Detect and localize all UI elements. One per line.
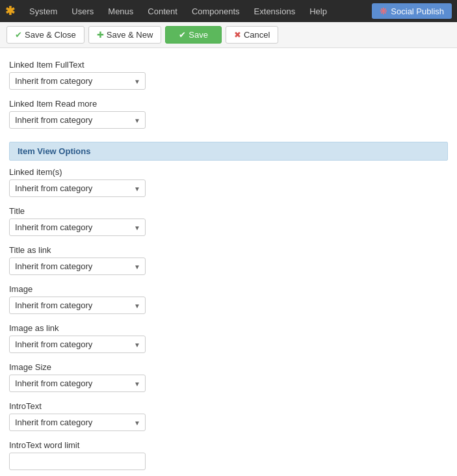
- cancel-label: Cancel: [244, 30, 270, 40]
- item-view-options-header: Item View Options: [9, 142, 448, 161]
- item-view-select-4[interactable]: Inherit from categoryYesNo: [9, 336, 146, 353]
- main-content: Linked Item FullText Inherit from catego…: [0, 48, 457, 476]
- nav-content[interactable]: Content: [141, 4, 184, 19]
- save-button[interactable]: ✔ Save: [165, 26, 222, 44]
- item-view-field-group-2: Title as linkInherit from categoryYesNo: [9, 245, 448, 279]
- social-publish-button[interactable]: ❋ Social Publish: [372, 3, 452, 19]
- save-close-label: Save & Close: [25, 30, 76, 40]
- item-view-select-5[interactable]: Inherit from categoryYesNo: [9, 375, 146, 392]
- item-view-select-3[interactable]: Inherit from categoryYesNo: [9, 297, 146, 314]
- item-view-field-label-5: Image Size: [9, 362, 448, 372]
- item-view-select-wrapper-1: Inherit from categoryYesNo: [9, 218, 146, 236]
- item-view-field-label-4: Image as link: [9, 323, 448, 333]
- item-view-field-label-3: Image: [9, 284, 448, 294]
- social-publish-icon: ❋: [380, 6, 387, 16]
- item-view-select-wrapper-2: Inherit from categoryYesNo: [9, 258, 146, 275]
- save-new-label: Save & New: [107, 30, 153, 40]
- item-view-select-2[interactable]: Inherit from categoryYesNo: [9, 258, 146, 275]
- item-view-select-1[interactable]: Inherit from categoryYesNo: [9, 218, 146, 236]
- item-view-field-label-1: Title: [9, 206, 448, 216]
- item-view-fields: Linked item(s)Inherit from categoryYesNo…: [9, 167, 448, 476]
- save-close-icon: ✔: [15, 30, 22, 40]
- item-view-select-wrapper-5: Inherit from categoryYesNo: [9, 375, 146, 392]
- item-view-select-wrapper-6: Inherit from categoryYesNo: [9, 414, 146, 431]
- joomla-logo: ✱: [5, 4, 15, 18]
- toolbar: ✔ Save & Close ✚ Save & New ✔ Save ✖ Can…: [0, 22, 457, 48]
- linked-item-fulltext-select[interactable]: Inherit from category Yes No: [9, 72, 146, 90]
- cancel-icon: ✖: [234, 30, 241, 40]
- item-view-field-label-6: IntroText: [9, 401, 448, 411]
- linked-item-fulltext-label: Linked Item FullText: [9, 60, 448, 70]
- navbar: ✱ System Users Menus Content Components …: [0, 0, 457, 22]
- nav-menus[interactable]: Menus: [101, 4, 140, 19]
- linked-item-readmore-top-group: Linked Item Read more Inherit from categ…: [9, 99, 448, 133]
- nav-components[interactable]: Components: [185, 4, 246, 19]
- social-publish-label: Social Publish: [391, 7, 444, 16]
- item-view-field-group-1: TitleInherit from categoryYesNo: [9, 206, 448, 240]
- cancel-button[interactable]: ✖ Cancel: [226, 26, 278, 44]
- save-new-icon: ✚: [97, 30, 104, 40]
- nav-system[interactable]: System: [23, 4, 64, 19]
- item-view-field-label-7: IntroText word limit: [9, 440, 448, 450]
- linked-item-fulltext-select-wrapper: Inherit from category Yes No: [9, 72, 146, 90]
- item-view-select-wrapper-0: Inherit from categoryYesNo: [9, 179, 146, 197]
- item-view-select-6[interactable]: Inherit from categoryYesNo: [9, 414, 146, 431]
- linked-item-fulltext-group: Linked Item FullText Inherit from catego…: [9, 60, 448, 94]
- nav-users[interactable]: Users: [65, 4, 100, 19]
- nav-extensions[interactable]: Extensions: [248, 4, 302, 19]
- save-icon: ✔: [179, 30, 186, 40]
- linked-item-readmore-top-select-wrapper: Inherit from category Yes No: [9, 111, 146, 129]
- item-view-field-group-0: Linked item(s)Inherit from categoryYesNo: [9, 167, 448, 201]
- item-view-select-wrapper-3: Inherit from categoryYesNo: [9, 297, 146, 314]
- nav-items: System Users Menus Content Components Ex…: [23, 4, 372, 19]
- nav-help[interactable]: Help: [303, 4, 333, 19]
- save-close-button[interactable]: ✔ Save & Close: [7, 26, 85, 44]
- item-view-select-wrapper-4: Inherit from categoryYesNo: [9, 336, 146, 353]
- item-view-field-group-6: IntroTextInherit from categoryYesNo: [9, 401, 448, 435]
- item-view-text-7[interactable]: [9, 453, 146, 470]
- item-view-field-label-0: Linked item(s): [9, 167, 448, 177]
- item-view-field-group-4: Image as linkInherit from categoryYesNo: [9, 323, 448, 357]
- item-view-field-group-3: ImageInherit from categoryYesNo: [9, 284, 448, 318]
- item-view-field-group-5: Image SizeInherit from categoryYesNo: [9, 362, 448, 396]
- save-new-button[interactable]: ✚ Save & New: [88, 26, 162, 44]
- item-view-field-group-7: IntroText word limit: [9, 440, 448, 470]
- linked-item-readmore-top-select[interactable]: Inherit from category Yes No: [9, 111, 146, 129]
- item-view-select-0[interactable]: Inherit from categoryYesNo: [9, 179, 146, 197]
- linked-item-readmore-top-label: Linked Item Read more: [9, 99, 448, 109]
- item-view-field-label-2: Title as link: [9, 245, 448, 255]
- save-label: Save: [189, 30, 208, 40]
